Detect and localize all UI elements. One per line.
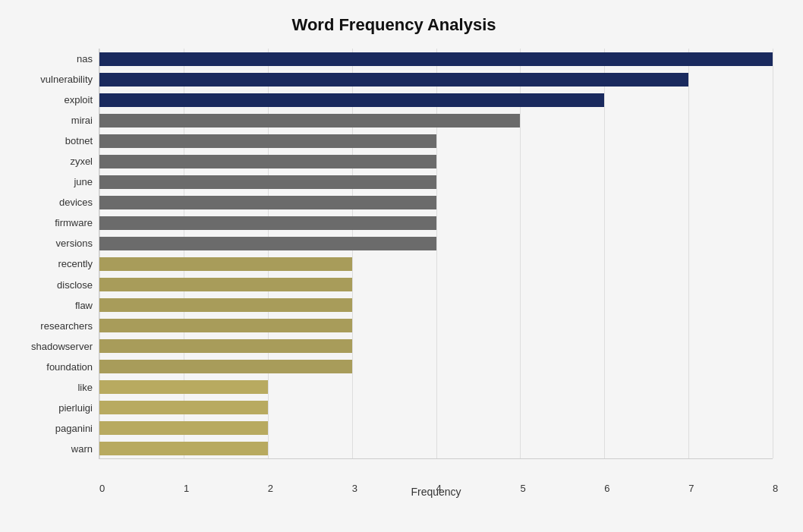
bar <box>99 298 352 312</box>
grid-line <box>520 49 521 458</box>
y-axis: nasvulnerabilityexploitmiraibotnetzyxelj… <box>15 49 99 459</box>
bar-row <box>99 194 773 211</box>
chart-title: Word Frequency Analysis <box>15 15 773 35</box>
y-label: mirai <box>71 115 93 125</box>
grid-line <box>99 49 100 458</box>
grid-line <box>773 49 773 458</box>
bar-row <box>99 440 773 457</box>
y-label: flaw <box>75 301 93 310</box>
bar <box>99 339 352 353</box>
y-label: botnet <box>65 136 93 146</box>
y-label: paganini <box>55 423 93 433</box>
y-label: warn <box>71 444 93 454</box>
grid-lines <box>99 49 773 458</box>
y-label: researchers <box>40 321 93 331</box>
bar <box>99 93 604 107</box>
y-label: zyxel <box>70 156 93 166</box>
bar-row <box>99 92 773 109</box>
bar-row <box>99 256 773 272</box>
bar-row <box>99 399 773 416</box>
y-label: devices <box>59 197 93 207</box>
bar-row <box>99 297 773 313</box>
bar-row <box>99 358 773 375</box>
y-label: pierluigi <box>58 403 93 413</box>
chart-area: nasvulnerabilityexploitmiraibotnetzyxelj… <box>15 49 773 459</box>
bar <box>99 134 436 148</box>
y-label: vulnerability <box>40 74 93 84</box>
y-label: nas <box>77 54 93 64</box>
bar <box>99 216 436 230</box>
bar <box>99 360 352 373</box>
bar <box>99 73 688 87</box>
bar <box>99 237 436 250</box>
grid-line <box>268 49 269 458</box>
bar-row <box>99 235 773 252</box>
bar <box>99 421 268 435</box>
bar <box>99 257 352 271</box>
bar <box>99 319 352 332</box>
y-label: june <box>74 177 93 187</box>
bar <box>99 278 352 291</box>
grid-line <box>352 49 353 458</box>
y-label: versions <box>56 238 93 248</box>
bar-row <box>99 51 773 68</box>
bar <box>99 175 436 189</box>
y-label: exploit <box>64 95 93 105</box>
bar-row <box>99 71 773 88</box>
bar-row <box>99 379 773 395</box>
bar-row <box>99 153 773 170</box>
grid-line <box>184 49 184 458</box>
grid-line <box>604 49 605 458</box>
y-label: recently <box>58 259 93 269</box>
y-label: like <box>77 382 93 392</box>
grid-line <box>688 49 689 458</box>
bar <box>99 380 268 394</box>
bar <box>99 196 436 209</box>
bars-and-grid: 012345678 Frequency <box>99 49 773 459</box>
bar-row <box>99 420 773 436</box>
y-label: shadowserver <box>31 342 93 351</box>
bar <box>99 401 268 414</box>
chart-container: Word Frequency Analysis nasvulnerability… <box>0 0 803 532</box>
bar-row <box>99 174 773 190</box>
y-label: foundation <box>46 362 93 372</box>
bar-row <box>99 317 773 334</box>
bar <box>99 155 436 168</box>
bar <box>99 114 520 127</box>
bar-row <box>99 276 773 293</box>
x-axis-label: Frequency <box>99 486 773 498</box>
grid-line <box>436 49 437 458</box>
y-label: disclose <box>57 280 93 290</box>
y-label: firmware <box>55 218 93 228</box>
bar <box>99 52 773 66</box>
bar-row <box>99 133 773 150</box>
bar <box>99 442 268 455</box>
bar-row <box>99 112 773 129</box>
bar-row <box>99 338 773 354</box>
bar-row <box>99 215 773 231</box>
